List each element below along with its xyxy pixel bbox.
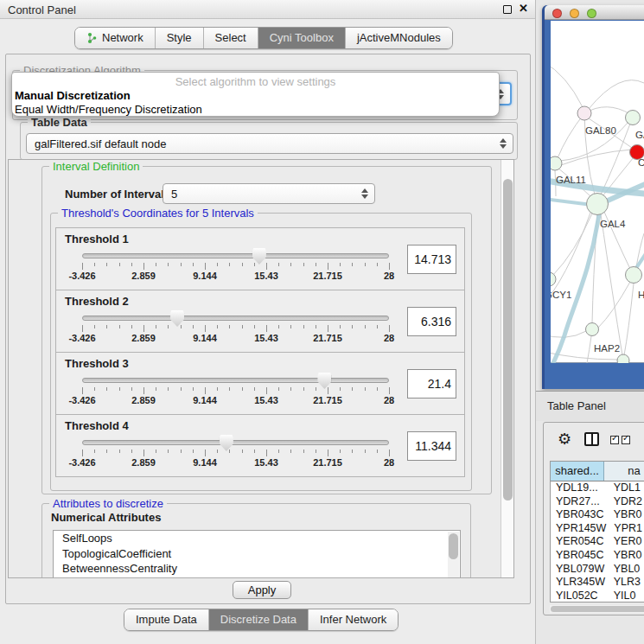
tab-jactivemnodules[interactable]: jActiveMNodules [345, 28, 452, 48]
gear-icon[interactable]: ⚙ [558, 430, 571, 449]
attribute-list-item[interactable]: TopologicalCoefficient [54, 546, 460, 562]
table-cell[interactable]: YER054C [551, 535, 606, 549]
table-row[interactable]: YPR145WYPR1 [551, 522, 644, 536]
slider-track[interactable] [82, 440, 389, 445]
slider-track[interactable] [82, 378, 389, 383]
table-cell[interactable]: YBR045C [551, 549, 606, 563]
threshold-value-field[interactable]: 6.316 [407, 307, 456, 336]
table-cell[interactable]: YDL19... [551, 481, 606, 495]
combo-value: galFiltered.sif default node [35, 137, 166, 150]
table-cell[interactable]: YDL1 [606, 481, 644, 495]
threshold-panel: Threshold 4 -3.4262.8599.14415.4321.7152… [55, 414, 465, 477]
split-column-icon[interactable] [584, 432, 599, 446]
network-node[interactable] [577, 106, 591, 120]
network-node[interactable] [586, 323, 599, 336]
interval-definition-group: Interval Definition Number of Intervals … [41, 166, 492, 494]
table-row[interactable]: YBR045CYBR0 [551, 549, 644, 563]
threshold-value-field[interactable]: 14.713 [407, 245, 456, 274]
table-cell[interactable]: YER0 [606, 535, 644, 549]
threshold-panel: Threshold 3 -3.4262.8599.14415.4321.7152… [55, 352, 465, 415]
bottom-tab-strip: Impute Data Discretize Data Infer Networ… [124, 609, 399, 631]
close-traffic-light-icon[interactable] [552, 9, 562, 18]
table-cell[interactable]: YBL0 [606, 563, 644, 577]
network-node[interactable] [587, 194, 609, 215]
apply-button[interactable]: Apply [233, 581, 291, 599]
network-node[interactable] [551, 156, 562, 170]
table-cell[interactable]: YIL0 [606, 590, 644, 603]
network-edge[interactable] [601, 214, 622, 355]
slider-track[interactable] [82, 253, 389, 258]
network-highlighted-edge[interactable] [552, 214, 599, 363]
table-cell[interactable]: YLR3 [606, 576, 644, 590]
dropdown-placeholder-item[interactable]: Select algorithm to view settings [12, 75, 499, 88]
table-cell[interactable]: YBR0 [606, 549, 644, 563]
column-header-shared-name[interactable]: shared... [551, 462, 604, 481]
minimize-traffic-light-icon[interactable] [570, 9, 579, 18]
network-node-label: GAL11 [556, 175, 586, 185]
network-edge[interactable] [558, 113, 584, 158]
slider-tick-labels: -3.4262.8599.14415.4321.71528 [82, 271, 389, 283]
table-cell[interactable]: YBR0 [606, 508, 644, 522]
table-cell[interactable]: YDR27... [551, 495, 606, 509]
network-node[interactable] [617, 354, 629, 363]
column-header-name[interactable]: na [604, 462, 644, 481]
threshold-value-field[interactable]: 11.344 [407, 431, 456, 461]
tab-cyni-toolbox[interactable]: Cyni Toolbox [258, 28, 345, 48]
combo-arrows-icon [360, 188, 368, 200]
node-attribute-table[interactable]: shared... na YDL19...YDL1YDR27...YDR2YBR… [550, 461, 644, 603]
table-horizontal-scrollbar[interactable] [550, 605, 644, 613]
tab-impute-data[interactable]: Impute Data [124, 609, 208, 630]
attribute-list-item[interactable]: SelfLoops [54, 531, 460, 546]
tab-select[interactable]: Select [203, 28, 258, 48]
network-node[interactable] [626, 111, 641, 125]
network-view-window: GAL80GACGAL11GAL4GCY1HHAP2 [542, 5, 644, 389]
network-edge[interactable] [551, 62, 583, 107]
tab-network[interactable]: Network [75, 28, 155, 48]
table-cell[interactable]: YPR145W [551, 522, 606, 536]
table-row[interactable]: YDR27...YDR2 [551, 495, 644, 509]
network-highlighted-edge[interactable] [551, 198, 592, 205]
table-row[interactable]: YBR043CYBR0 [551, 508, 644, 522]
settings-vertical-scrollbar[interactable] [501, 160, 513, 577]
close-icon[interactable]: ✕ [519, 2, 528, 15]
network-node[interactable] [551, 272, 556, 286]
tab-style[interactable]: Style [155, 28, 203, 48]
dropdown-item-manual-discretization[interactable]: Manual Discretization [15, 89, 131, 102]
network-edge[interactable] [589, 80, 644, 109]
table-row[interactable]: YER054CYER0 [551, 535, 644, 549]
slider-track[interactable] [82, 316, 389, 321]
dropdown-item-equal-width[interactable]: Equal Width/Frequency Discretization [15, 103, 202, 116]
network-edge[interactable] [561, 150, 632, 165]
table-cell[interactable]: YBR043C [551, 508, 606, 522]
checkbox-icon[interactable] [622, 436, 630, 444]
network-node-label: H [638, 290, 644, 300]
attributes-list-scrollbar[interactable] [448, 532, 459, 578]
attribute-list-item[interactable]: BetweennessCentrality [54, 561, 460, 577]
table-cell[interactable]: YLR345W [551, 576, 606, 590]
threshold-value-field[interactable]: 21.4 [407, 369, 456, 399]
num-intervals-combo[interactable]: 5 [163, 183, 375, 204]
table-row[interactable]: YDL19...YDL1 [551, 481, 644, 495]
network-edge[interactable] [624, 284, 634, 355]
table-cell[interactable]: YPR1 [606, 522, 644, 536]
tab-infer-network[interactable]: Infer Network [308, 609, 398, 630]
network-node[interactable] [626, 267, 642, 284]
table-cell[interactable]: YBL079W [551, 563, 606, 577]
group-title: Threshold's Coordinates for 5 Intervals [58, 207, 258, 220]
tab-discretize-data[interactable]: Discretize Data [208, 609, 308, 630]
table-row[interactable]: YBL079WYBL0 [551, 563, 644, 577]
network-node-label: GAL80 [585, 125, 616, 136]
top-tab-strip: Network Style Select Cyni Toolbox jActiv… [74, 27, 453, 49]
checkbox-icon[interactable] [610, 436, 619, 444]
table-cell[interactable]: YDR2 [606, 495, 644, 509]
table-row[interactable]: YIL052CYIL0 [551, 590, 644, 603]
network-canvas[interactable]: GAL80GACGAL11GAL4GCY1HHAP2 [551, 21, 644, 363]
attributes-group: Attributes to discretize Numerical Attri… [41, 503, 471, 578]
attributes-list[interactable]: SelfLoopsTopologicalCoefficientBetweenne… [53, 530, 461, 578]
float-window-icon[interactable] [503, 5, 512, 14]
table-row[interactable]: YLR345WYLR3 [551, 576, 644, 590]
zoom-traffic-light-icon[interactable] [587, 9, 596, 18]
table-data-combo[interactable]: galFiltered.sif default node [26, 133, 513, 154]
network-edge[interactable] [551, 331, 586, 337]
table-cell[interactable]: YIL052C [551, 590, 606, 603]
